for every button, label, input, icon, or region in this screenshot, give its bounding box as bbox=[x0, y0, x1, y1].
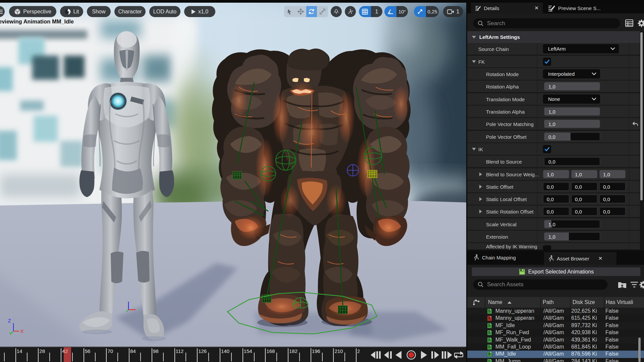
svg-text:X: X bbox=[20, 328, 24, 334]
svg-text:Y: Y bbox=[9, 331, 12, 336]
svg-text:Z: Z bbox=[8, 318, 11, 323]
